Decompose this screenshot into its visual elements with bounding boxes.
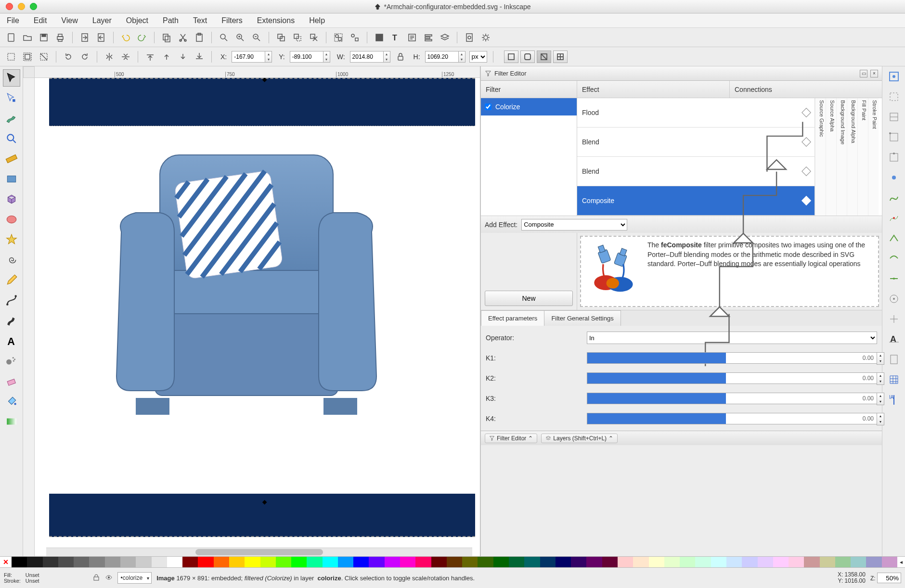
- color-swatch[interactable]: [12, 557, 27, 567]
- current-layer-select[interactable]: •colorize: [117, 572, 152, 584]
- 3dbox-tool[interactable]: [3, 191, 20, 208]
- height-input[interactable]: ▴▾: [425, 51, 465, 63]
- menu-help[interactable]: Help: [307, 15, 327, 26]
- color-swatch[interactable]: [385, 557, 400, 567]
- zoom-selection-icon[interactable]: [218, 31, 230, 44]
- color-swatch[interactable]: [291, 557, 307, 567]
- filter-item-colorize[interactable]: Colorize: [481, 98, 577, 115]
- k3-slider[interactable]: 0.00▴▾: [587, 393, 877, 404]
- color-swatch[interactable]: [323, 557, 338, 567]
- snap-page-border-icon[interactable]: [887, 352, 901, 367]
- calligraphy-tool[interactable]: [3, 312, 20, 329]
- scale-stroke-toggle[interactable]: [504, 51, 518, 63]
- selection-handle-top[interactable]: ◆: [262, 78, 270, 84]
- color-swatch[interactable]: [369, 557, 384, 567]
- menu-view[interactable]: View: [59, 15, 79, 26]
- cut-icon[interactable]: [177, 31, 189, 44]
- effect-composite[interactable]: Composite: [577, 186, 814, 216]
- selector-tool[interactable]: [3, 69, 20, 87]
- color-swatch[interactable]: [571, 557, 586, 567]
- color-swatch[interactable]: [431, 557, 447, 567]
- color-swatch[interactable]: [680, 557, 695, 567]
- copy-icon[interactable]: [160, 31, 173, 44]
- color-swatch[interactable]: [152, 557, 167, 567]
- io-source-alpha[interactable]: Source Alpha: [826, 98, 836, 216]
- measure-tool[interactable]: [3, 150, 20, 167]
- select-all-icon[interactable]: [21, 51, 34, 63]
- color-swatch[interactable]: [462, 557, 478, 567]
- snap-bbox-icon[interactable]: [887, 89, 901, 104]
- k1-slider[interactable]: 0.00▴▾: [587, 352, 877, 364]
- snap-node-icon[interactable]: [887, 170, 901, 185]
- text-tool[interactable]: A: [3, 332, 20, 349]
- color-swatch[interactable]: [649, 557, 664, 567]
- unit-select[interactable]: px: [469, 51, 487, 63]
- color-swatch[interactable]: [447, 557, 462, 567]
- flip-vertical-icon[interactable]: [119, 51, 132, 63]
- lower-icon[interactable]: [177, 51, 189, 63]
- panel-minimize-button[interactable]: ▭: [860, 70, 867, 77]
- operator-select[interactable]: In: [587, 332, 877, 344]
- tab-effect-parameters[interactable]: Effect parameters: [481, 310, 544, 326]
- snap-bbox-edge-icon[interactable]: [887, 110, 901, 124]
- io-fill-paint[interactable]: Fill Paint: [857, 98, 868, 216]
- spray-tool[interactable]: [3, 352, 20, 370]
- selection-handle-bottom[interactable]: ◆: [262, 499, 270, 506]
- snap-path-icon[interactable]: [887, 191, 901, 205]
- horizontal-scrollbar[interactable]: [46, 548, 472, 556]
- lock-aspect-icon[interactable]: [394, 51, 407, 63]
- effect-blend-1[interactable]: Blend: [577, 128, 814, 157]
- pencil-tool[interactable]: [3, 271, 20, 289]
- export-icon[interactable]: [95, 31, 107, 44]
- color-swatch[interactable]: [835, 557, 851, 567]
- color-swatch[interactable]: [89, 557, 104, 567]
- gradient-tool[interactable]: [3, 413, 20, 430]
- menu-object[interactable]: Object: [124, 15, 150, 26]
- save-icon[interactable]: [38, 31, 50, 44]
- effect-flood[interactable]: Flood: [577, 98, 814, 128]
- layers-icon[interactable]: [439, 31, 451, 44]
- color-swatch[interactable]: [167, 557, 182, 567]
- color-swatch[interactable]: [43, 557, 58, 567]
- snap-enable-icon[interactable]: [887, 69, 901, 84]
- color-swatch[interactable]: [353, 557, 369, 567]
- new-filter-button[interactable]: New: [485, 291, 573, 306]
- ungroup-icon[interactable]: [349, 31, 361, 44]
- color-swatch[interactable]: [214, 557, 229, 567]
- rotate-ccw-icon[interactable]: [62, 51, 75, 63]
- menu-layer[interactable]: Layer: [90, 15, 114, 26]
- color-swatch[interactable]: [509, 557, 524, 567]
- node-tool[interactable]: [3, 89, 20, 107]
- fill-stroke-indicator[interactable]: Fill: Stroke:: [4, 572, 21, 584]
- color-swatch[interactable]: [851, 557, 866, 567]
- x-input[interactable]: ▴▾: [232, 51, 272, 63]
- color-swatch[interactable]: [105, 557, 120, 567]
- snap-text-baseline-icon[interactable]: A: [887, 332, 901, 346]
- eraser-tool[interactable]: [3, 372, 20, 390]
- color-swatch[interactable]: [820, 557, 835, 567]
- color-swatch[interactable]: [664, 557, 680, 567]
- align-icon[interactable]: [422, 31, 435, 44]
- scale-corners-toggle[interactable]: [520, 51, 535, 63]
- color-swatch[interactable]: [27, 557, 42, 567]
- snap-smooth-icon[interactable]: [887, 251, 901, 266]
- redo-icon[interactable]: [136, 31, 148, 44]
- snap-cusp-icon[interactable]: [887, 231, 901, 245]
- group-icon[interactable]: [332, 31, 345, 44]
- color-swatch[interactable]: [804, 557, 819, 567]
- color-swatch[interactable]: [136, 557, 151, 567]
- color-swatch[interactable]: [726, 557, 742, 567]
- color-swatch[interactable]: [307, 557, 322, 567]
- io-stroke-paint[interactable]: Stroke Paint: [868, 98, 879, 216]
- bezier-tool[interactable]: [3, 292, 20, 309]
- paste-icon[interactable]: [193, 31, 206, 44]
- color-swatch[interactable]: [586, 557, 602, 567]
- minimize-window-button[interactable]: [18, 3, 25, 10]
- tab-filter-general-settings[interactable]: Filter General Settings: [544, 310, 621, 326]
- color-swatch[interactable]: [198, 557, 213, 567]
- snap-rotation-center-icon[interactable]: [887, 312, 901, 326]
- menu-file[interactable]: File: [5, 15, 21, 26]
- effect-blend-2[interactable]: Blend: [577, 157, 814, 186]
- menu-extensions[interactable]: Extensions: [255, 15, 297, 26]
- color-swatch[interactable]: [758, 557, 773, 567]
